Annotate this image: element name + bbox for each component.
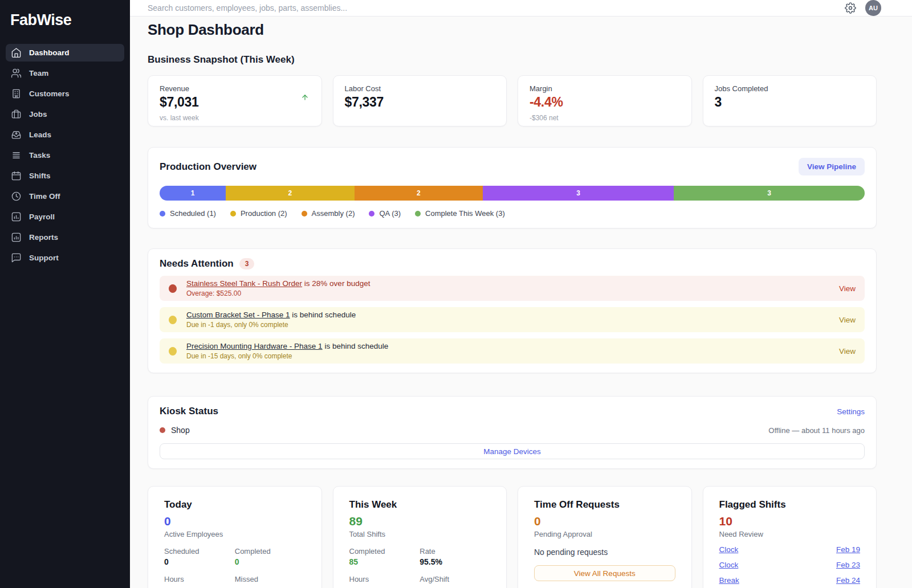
users-icon [11, 68, 22, 79]
sidebar-item-timeoff[interactable]: Time Off [6, 187, 124, 205]
stat-value: $7,337 [345, 95, 495, 110]
metric: Completed 85 [349, 547, 420, 566]
search-input[interactable] [148, 3, 836, 13]
bar-segment-complete[interactable]: 3 [674, 186, 865, 201]
needs-attention-card: Needs Attention 3 Stainless Steel Tank -… [148, 248, 877, 373]
alert-subtext: Due in -15 days, only 0% complete [186, 352, 839, 360]
card-title: Time Off Requests [534, 499, 675, 511]
sidebar-nav: Dashboard Team Customers Jobs Leads Task… [6, 44, 124, 267]
sidebar-item-tasks[interactable]: Tasks [6, 146, 124, 164]
card-big-number: 89 [349, 514, 491, 528]
brand-logo: FabWise [6, 11, 124, 29]
sidebar-item-label: Payroll [29, 213, 55, 221]
legend-item: Complete This Week (3) [415, 209, 505, 218]
this-week-card: This Week 89 Total Shifts Completed 85 R… [333, 486, 507, 588]
sidebar-item-label: Leads [29, 130, 51, 139]
flag-type-link[interactable]: Break [719, 576, 739, 585]
card-title: Today [164, 499, 306, 511]
kiosk-status-card: Kiosk Status Settings Shop Offline — abo… [148, 396, 877, 469]
flag-type-link[interactable]: Clock [719, 545, 739, 554]
flag-type-link[interactable]: Clock [719, 561, 739, 569]
kiosk-title: Kiosk Status [160, 406, 218, 417]
view-pipeline-button[interactable]: View Pipeline [799, 158, 865, 175]
kiosk-device-row: Shop Offline — about 11 hours ago [160, 426, 865, 435]
card-big-number: 0 [534, 514, 675, 528]
sidebar-item-jobs[interactable]: Jobs [6, 105, 124, 123]
flag-date-link[interactable]: Feb 19 [836, 545, 860, 554]
stat-label: Jobs Completed [715, 84, 865, 93]
building-icon [11, 88, 22, 99]
snapshot-heading: Business Snapshot (This Week) [148, 54, 877, 66]
metric: Rate 95.5% [420, 547, 490, 566]
bar-segment-production[interactable]: 2 [226, 186, 355, 201]
bar-chart-icon [11, 232, 22, 243]
sidebar-item-leads[interactable]: Leads [6, 126, 124, 144]
today-card: Today 0 Active Employees Scheduled 0 Com… [148, 486, 322, 588]
alert-subtext: Due in -1 days, only 0% complete [186, 321, 839, 329]
topbar: AU [130, 0, 912, 17]
sidebar-item-label: Time Off [29, 192, 60, 201]
sidebar-item-payroll[interactable]: Payroll [6, 208, 124, 226]
sidebar-item-shifts[interactable]: Shifts [6, 167, 124, 185]
stat-label: Labor Cost [345, 84, 495, 93]
production-stacked-bar: 1 2 2 3 3 [160, 186, 865, 201]
bar-segment-assembly[interactable]: 2 [355, 186, 483, 201]
bar-segment-scheduled[interactable]: 1 [160, 186, 226, 201]
alert-over-budget: Stainless Steel Tank - Rush Order is 28%… [160, 276, 865, 301]
alert-job-link[interactable]: Precision Mounting Hardware - Phase 1 [186, 342, 323, 350]
legend-dot [415, 211, 421, 217]
jobs-completed-card: Jobs Completed 3 [703, 75, 877, 126]
card-big-label: Need Review [719, 530, 861, 538]
flag-date-link[interactable]: Feb 24 [836, 576, 860, 585]
sidebar-item-label: Tasks [29, 151, 50, 160]
alert-severity-dot [169, 316, 177, 324]
revenue-card: Revenue $7,031 vs. last week [148, 75, 322, 126]
metric: Hours [164, 575, 235, 583]
briefcase-icon [11, 109, 22, 120]
alert-job-link[interactable]: Custom Bracket Set - Phase 1 [186, 311, 290, 319]
sidebar-item-reports[interactable]: Reports [6, 228, 124, 246]
legend-dot [302, 211, 307, 217]
trend-up-arrow-icon [301, 93, 309, 104]
legend-item: QA (3) [369, 209, 401, 218]
margin-card: Margin -4.4% -$306 net [518, 75, 692, 126]
settings-gear-icon[interactable] [845, 2, 856, 14]
sidebar-item-label: Reports [29, 233, 58, 242]
flagged-shift-row: Clock Feb 23 [719, 561, 861, 569]
sidebar-item-label: Dashboard [29, 48, 70, 57]
sidebar-item-dashboard[interactable]: Dashboard [6, 44, 124, 62]
alert-view-link[interactable]: View [839, 284, 856, 293]
legend-item: Scheduled (1) [160, 209, 216, 218]
alert-view-link[interactable]: View [839, 347, 856, 356]
stat-label: Revenue [160, 84, 310, 93]
user-avatar[interactable]: AU [865, 0, 881, 16]
production-title: Production Overview [160, 161, 256, 173]
sidebar-item-label: Shifts [29, 172, 51, 180]
alert-view-link[interactable]: View [839, 316, 856, 324]
sidebar-item-label: Support [29, 254, 59, 262]
bar-segment-qa[interactable]: 3 [483, 186, 674, 201]
view-all-requests-button[interactable]: View All Requests [534, 565, 675, 581]
sidebar-item-customers[interactable]: Customers [6, 85, 124, 103]
sidebar-item-support[interactable]: Support [6, 249, 124, 267]
sidebar-item-label: Jobs [29, 110, 47, 119]
kiosk-settings-link[interactable]: Settings [837, 407, 865, 416]
legend-dot [160, 211, 165, 217]
sidebar-item-team[interactable]: Team [6, 64, 124, 82]
production-legend: Scheduled (1) Production (2) Assembly (2… [160, 209, 865, 218]
legend-dot [230, 211, 236, 217]
alert-job-link[interactable]: Stainless Steel Tank - Rush Order [186, 279, 302, 288]
snapshot-cards: Revenue $7,031 vs. last week Labor Cost … [148, 75, 877, 126]
calendar-icon [11, 170, 22, 181]
home-icon [11, 47, 22, 58]
needs-attention-title: Needs Attention [160, 258, 234, 270]
attention-count-badge: 3 [239, 258, 255, 270]
flag-date-link[interactable]: Feb 23 [836, 561, 860, 569]
manage-devices-button[interactable]: Manage Devices [160, 443, 865, 459]
labor-cost-card: Labor Cost $7,337 [333, 75, 507, 126]
stat-value: -4.4% [530, 95, 680, 110]
card-big-label: Active Employees [164, 530, 306, 538]
alert-severity-dot [169, 347, 177, 356]
bar-chart-icon [11, 211, 22, 222]
card-big-label: Total Shifts [349, 530, 491, 538]
